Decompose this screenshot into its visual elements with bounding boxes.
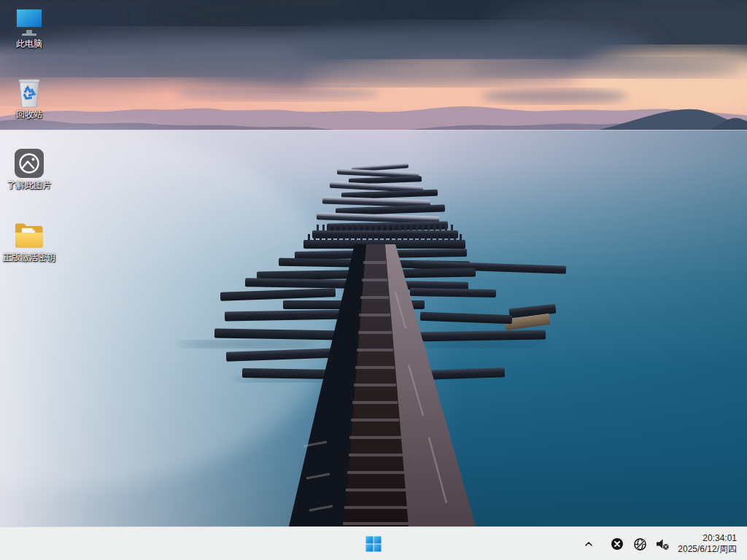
tray-date: 2025/6/12/周四: [678, 544, 737, 555]
desktop-icon-recycle-bin[interactable]: 回收站: [1, 77, 57, 120]
desktop-icon-label: 了解此图片: [7, 181, 51, 190]
wallpaper: [0, 0, 747, 526]
recycle-bin-icon: [15, 77, 44, 109]
tray-clock[interactable]: 20:34:01 2025/6/12/周四: [678, 533, 737, 555]
desktop-icon-this-pc[interactable]: 此电脑: [1, 6, 57, 49]
hidden-icons-chevron-icon[interactable]: [579, 532, 598, 556]
desktop-icon-label: 回收站: [16, 110, 42, 120]
taskbar: 20:34:01 2025/6/12/周四: [0, 526, 747, 560]
desktop-icon-label: 正版激活密钥: [3, 253, 55, 262]
system-tray: 20:34:01 2025/6/12/周四: [579, 527, 747, 560]
wallpaper-image: [0, 0, 747, 526]
tray-app-x-badge-icon[interactable]: [608, 532, 627, 556]
desktop[interactable]: 此电脑 回收站: [0, 0, 747, 560]
this-pc-icon: [13, 6, 45, 38]
network-globe-offline-icon[interactable]: [630, 532, 649, 556]
tray-time: 20:34:01: [678, 533, 737, 544]
start-button[interactable]: [359, 529, 388, 559]
desktop-icon-genuine-activation-key[interactable]: 正版激活密钥: [1, 219, 57, 262]
volume-muted-icon[interactable]: [653, 532, 672, 556]
folder-icon: [12, 219, 46, 252]
desktop-icon-learn-about-this-picture[interactable]: 了解此图片: [1, 147, 57, 190]
photo-icon: [13, 147, 45, 179]
desktop-icon-label: 此电脑: [16, 39, 42, 49]
windows-logo-icon: [365, 536, 382, 552]
